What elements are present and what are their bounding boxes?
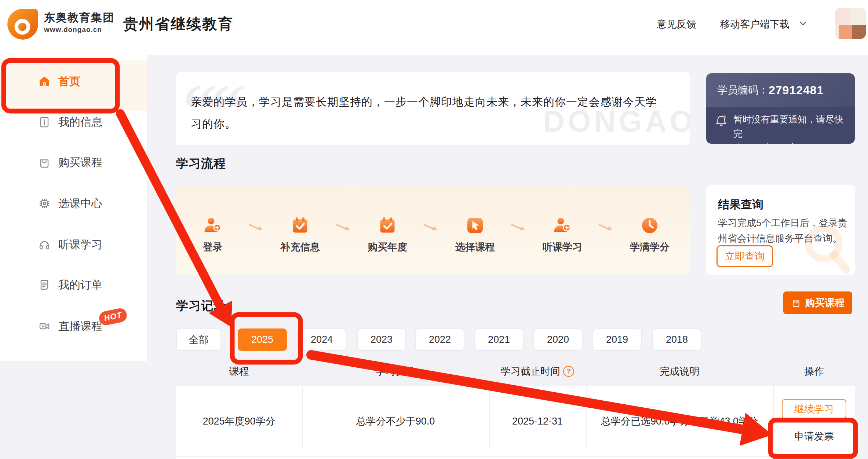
chip-icon [38,197,51,210]
year-tab-2024[interactable]: 2024 [297,328,346,351]
help-icon[interactable]: ? [563,366,574,377]
col-header-deadline: 学习截止时间 ? [489,357,586,386]
notice-line1: 暂时没有重要通知，请尽快完 [733,112,851,141]
page: 东奥教育集团 www.dongao.cn 贵州省继续教育 意见反馈 移动客户端下… [0,0,868,459]
shopping-bag-icon [38,156,51,169]
year-tab-2023[interactable]: 2023 [357,328,406,351]
sidebar-item-label: 购买课程 [58,155,102,170]
process-step-full-credits: 学满学分 [620,216,679,254]
year-tab-2019[interactable]: 2019 [592,328,642,351]
student-code-value: 27912481 [769,84,824,97]
sidebar-item-home[interactable]: 首页 [0,70,147,92]
process-step-label: 听课学习 [533,240,592,254]
mobile-download-link[interactable]: 移动客户端下载 [720,18,789,31]
notice-text: 暂时没有重要通知，请尽快完 成您的继续教育学习任务。 [733,112,851,144]
step-arrow-icon [336,222,352,232]
cell-completion: 总学分已选90.0学分 已学43.0学分 [586,386,773,456]
headphones-icon [38,238,51,251]
result-query-desc-line2: 州省会计信息服务平台查询。 [718,231,850,246]
year-tab-2020[interactable]: 2020 [533,328,583,351]
step-arrow-icon [248,222,265,232]
result-query-title: 结果查询 [718,197,763,212]
cell-course: 2025年度90学分 [176,386,302,456]
buy-courses-button[interactable]: 购买课程 [783,291,852,314]
document-info-icon [38,115,51,129]
cell-requirement: 总学分不少于90.0 [302,386,489,456]
process-step-label: 补充信息 [271,240,329,254]
table-header-row: 课程 学习要求 学习截止时间 ? 完成说明 操作 [176,357,855,386]
sidebar-item-label: 选课中心 [58,196,102,211]
step-arrow-icon [423,222,439,232]
calendar-check-icon [378,216,397,235]
result-query-desc-line1: 学习完成5个工作日后，登录贵 [718,215,850,231]
records-section-title: 学习记录 [176,298,226,314]
sidebar-item-label: 我的订单 [58,278,102,293]
order-receipt-icon [38,278,51,291]
avatar[interactable] [835,8,866,39]
sidebar-item-my-orders[interactable]: 我的订单 [0,274,147,296]
student-code-panel: 学员编码： 27912481 暂时没有重要通知，请尽快完 成您的继续教育学习任务… [706,73,855,144]
col-header-course: 课程 [176,357,302,386]
year-tab-2025[interactable]: 2025 [238,328,287,351]
sidebar-item-label: 首页 [58,74,80,89]
continue-learning-button[interactable]: 继续学习 [782,399,846,419]
column-divider [773,386,774,447]
sidebar-item-my-info[interactable]: 我的信息 [0,111,147,133]
dongao-logo-icon [6,7,40,41]
process-step-choose-course: 选择课程 [446,216,504,254]
sidebar-item-label: 听课学习 [58,237,102,252]
step-arrow-icon [598,222,614,232]
brand-url: www.dongao.cn [44,26,102,34]
sidebar-item-course-center[interactable]: 选课中心 [0,192,147,214]
process-strip: 登录 补充信息 购买年度 [176,185,690,275]
col-header-action: 操作 [773,357,855,386]
shopping-bag-icon [791,298,801,308]
year-tab-all[interactable]: 全部 [176,328,221,351]
sidebar-item-label: 直播课程 [58,319,102,334]
header-divider [109,15,109,31]
user-plus-icon [203,216,223,235]
process-step-label: 购买年度 [358,240,417,254]
quote-line1: 亲爱的学员，学习是需要长期坚持的，一步一个脚印地走向未来，未来的你一定会感谢今天… [191,91,679,113]
home-icon [38,75,51,88]
year-tab-2021[interactable]: 2021 [474,328,524,351]
result-query-desc: 学习完成5个工作日后，登录贵 州省会计信息服务平台查询。 [718,215,850,246]
process-step-supplement-info: 补充信息 [271,216,329,254]
deadline-header-label: 学习截止时间 [501,365,560,378]
col-header-completion: 完成说明 [586,357,773,386]
process-step-label: 学满学分 [620,240,679,254]
process-step-login: 登录 [183,216,242,254]
row-divider [176,456,855,457]
result-query-card: 结果查询 学习完成5个工作日后，登录贵 州省会计信息服务平台查询。 立即查询 [706,185,855,275]
sidebar-item-buy-courses[interactable]: 购买课程 [0,151,147,173]
year-tab-2022[interactable]: 2022 [415,328,464,351]
step-arrow-icon [511,222,527,232]
student-code-label: 学员编码： [717,83,769,97]
sidebar-item-label: 我的信息 [58,115,102,130]
user-plus-icon [552,216,572,235]
year-tab-2018[interactable]: 2018 [652,328,701,351]
video-camera-icon [38,320,51,333]
query-now-button[interactable]: 立即查询 [716,245,773,267]
buy-courses-label: 购买课程 [805,296,845,309]
request-invoice-button[interactable]: 申请发票 [782,426,846,447]
notice-row: 暂时没有重要通知，请尽快完 成您的继续教育学习任务。 [706,107,855,144]
feedback-link[interactable]: 意见反馈 [657,18,696,31]
quote-text: 亲爱的学员，学习是需要长期坚持的，一步一个脚印地走向未来，未来的你一定会感谢今天… [191,91,679,135]
process-step-label: 选择课程 [446,240,504,254]
page-title: 贵州省继续教育 [123,14,234,34]
quote-banner: ““ DONGAO 亲爱的学员，学习是需要长期坚持的，一步一个脚印地走向未来，未… [176,72,690,145]
student-code-row: 学员编码： 27912481 [706,73,855,107]
col-header-requirement: 学习要求 [302,357,489,386]
process-step-listen-learn: 听课学习 [533,216,592,254]
calendar-check-icon [290,216,310,235]
header: 东奥教育集团 www.dongao.cn 贵州省继续教育 意见反馈 移动客户端下… [0,0,868,55]
records-table: 课程 学习要求 学习截止时间 ? 完成说明 操作 2025年度90学分 总学分不… [176,357,855,459]
sidebar: 首页 我的信息 购买课程 选课中心 [0,55,147,361]
process-step-label: 登录 [183,240,242,254]
sidebar-item-listen-learn[interactable]: 听课学习 [0,234,147,256]
cell-deadline: 2025-12-31 [489,386,586,456]
process-step-buy-year: 购买年度 [358,216,417,254]
brand-name: 东奥教育集团 [44,10,114,25]
chevron-down-icon[interactable] [800,21,806,26]
